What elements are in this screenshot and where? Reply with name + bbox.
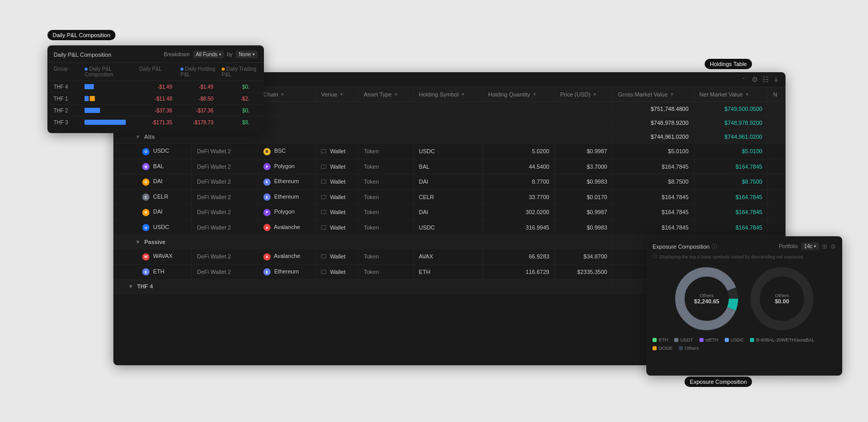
- left-donut: Others $2,240.65: [673, 265, 740, 332]
- asset-type: Token: [358, 249, 413, 265]
- expand-icon[interactable]: ▼: [135, 134, 141, 140]
- extra-col: [767, 189, 786, 205]
- legend-color: [674, 338, 678, 342]
- group-gross: $751,748.4800: [612, 102, 694, 116]
- breakdown-label: Breakdown: [164, 52, 190, 57]
- gross-market-value: $164.7845: [612, 159, 694, 174]
- daily-pnl-panel: Daily P&L Composition Breakdown All Fund…: [47, 45, 264, 133]
- download-icon[interactable]: ⇓: [773, 75, 779, 84]
- account-name: DeFi Wallet 2: [192, 249, 258, 265]
- legend-color: [679, 346, 683, 350]
- pnl-group-name: THF 4: [54, 84, 85, 90]
- col-asset-type[interactable]: Asset Type ▼: [358, 87, 413, 102]
- portfolio-label: Portfolio: [779, 244, 798, 249]
- legend-label: USDC: [731, 337, 744, 343]
- columns-icon[interactable]: ☷: [762, 75, 769, 84]
- mini-bar: [85, 95, 131, 102]
- col-holding-symbol[interactable]: Holding Symbol ▼: [413, 87, 482, 102]
- holding-quantity: 8.7700: [483, 174, 555, 190]
- pnl-trading: -$2.: [213, 96, 249, 102]
- gross-market-value: $5.0100: [612, 144, 694, 159]
- net-market-value: $164.7845: [694, 205, 767, 220]
- group-gross: $744,961.0200: [612, 130, 694, 144]
- price: $3.7000: [555, 159, 612, 174]
- extra-col: [767, 159, 786, 174]
- settings-icon-exposure[interactable]: ⚙: [830, 243, 836, 250]
- asset-type: Token: [358, 189, 413, 205]
- account-name: DeFi Wallet 2: [192, 159, 258, 174]
- exposure-panel: Exposure Composition ⓘ Portfolio 14c ⊞ ⚙…: [646, 236, 842, 376]
- asset-type: Token: [358, 174, 413, 190]
- col-net-market-value[interactable]: Net Market Value ▼: [694, 87, 767, 102]
- price: $0.9983: [555, 220, 612, 235]
- holding-quantity: 116.6729: [483, 264, 555, 280]
- pnl-rows: THF 4 -$1.49 -$1.49 $0. THF 1 -$11.48 -$…: [47, 81, 264, 128]
- holding-symbol: BAL: [413, 159, 482, 174]
- holding-symbol: AVAX: [413, 249, 482, 265]
- col-gross-market-value[interactable]: Gross Market Value ▼: [612, 87, 694, 102]
- pnl-holding: -$179.73: [172, 120, 213, 125]
- none-dropdown[interactable]: None: [236, 51, 258, 58]
- col-price-usd[interactable]: Price (USD) ▼: [555, 87, 612, 102]
- price: $0.9987: [555, 144, 612, 159]
- legend-label: B-80BAL-20WETH/auraBAL: [756, 337, 814, 343]
- col-composition: Daily P&L Composition: [85, 66, 139, 77]
- group-net: $748,978.9200: [694, 116, 767, 130]
- asset-name: E ETH: [113, 264, 192, 280]
- legend-item: DOGE: [653, 346, 673, 351]
- mini-bar: [85, 84, 131, 90]
- expand-icon[interactable]: ▼: [128, 283, 133, 289]
- legend-label: stETH: [706, 337, 719, 343]
- settings-icon[interactable]: ⚙: [752, 75, 758, 84]
- holding-symbol: USDC: [413, 144, 482, 159]
- asset-name: D DAI: [113, 205, 192, 220]
- chain: P Polygon: [258, 205, 315, 220]
- exposure-label: Exposure Composition: [685, 377, 752, 387]
- legend-color: [699, 338, 704, 342]
- table-row: D DAI DeFi Wallet 2 P Polygon Wallet Tok…: [113, 205, 786, 220]
- legend-color: [750, 338, 754, 342]
- info-icon[interactable]: ⓘ: [712, 243, 717, 250]
- group-net: $744,961.0200: [694, 130, 767, 144]
- asset-name: D DAI: [113, 174, 192, 190]
- pnl-trading: $8.: [213, 120, 249, 125]
- exposure-legend: ETH USDT stETH USDC B-80BAL-20WETH/auraB…: [653, 337, 836, 351]
- extra-col: [767, 174, 786, 190]
- all-funds-dropdown[interactable]: All Funds: [193, 51, 224, 58]
- chain: E Ethereum: [258, 189, 315, 205]
- asset-name: U USDC: [113, 220, 192, 235]
- pnl-holding: -$8.50: [172, 96, 213, 102]
- right-donut: Others $0.00: [748, 265, 815, 332]
- group-name: THF 4: [137, 283, 153, 289]
- grid-icon[interactable]: ⊞: [822, 243, 827, 250]
- right-donut-label: Others: [775, 293, 789, 298]
- legend-item: stETH: [699, 337, 719, 343]
- table-row: C CELR DeFi Wallet 2 E Ethereum Wallet T…: [113, 189, 786, 205]
- table-row: U USDC DeFi Wallet 2 A Avalanche Wallet …: [113, 220, 786, 235]
- legend-item: ETH: [653, 337, 668, 343]
- legend-label: USDT: [680, 337, 693, 343]
- legend-color: [725, 338, 729, 342]
- chain: A Avalanche: [258, 249, 315, 265]
- pnl-col-headers: Group Daily P&L Composition Daily P&L Da…: [47, 63, 264, 81]
- col-holding-quantity[interactable]: Holding Quantity ▼: [483, 87, 555, 102]
- collapse-icon[interactable]: ⌃: [741, 77, 745, 83]
- left-donut-value: $2,240.65: [694, 298, 720, 304]
- pnl-value: -$37.36: [131, 108, 172, 113]
- portfolio-dropdown[interactable]: 14c: [801, 242, 819, 250]
- net-market-value: $5.0100: [694, 144, 767, 159]
- holding-quantity: 302.0200: [483, 205, 555, 220]
- account-name: DeFi Wallet 2: [192, 220, 258, 235]
- asset-name: U USDC: [113, 144, 192, 159]
- expand-icon[interactable]: ▼: [135, 239, 141, 245]
- exposure-title: Exposure Composition ⓘ: [653, 243, 717, 250]
- net-market-value: $164.7845: [694, 220, 767, 235]
- col-venue[interactable]: Venue ▼: [316, 87, 359, 102]
- right-donut-value: $0.00: [775, 298, 789, 304]
- table-row: B BAL DeFi Wallet 2 P Polygon Wallet Tok…: [113, 159, 786, 174]
- legend-color: [653, 346, 657, 350]
- legend-label: DOGE: [659, 346, 673, 351]
- col-chain[interactable]: Chain ▼: [258, 87, 315, 102]
- venue: Wallet: [316, 189, 359, 205]
- breakdown-controls: Breakdown All Funds by None: [164, 51, 258, 58]
